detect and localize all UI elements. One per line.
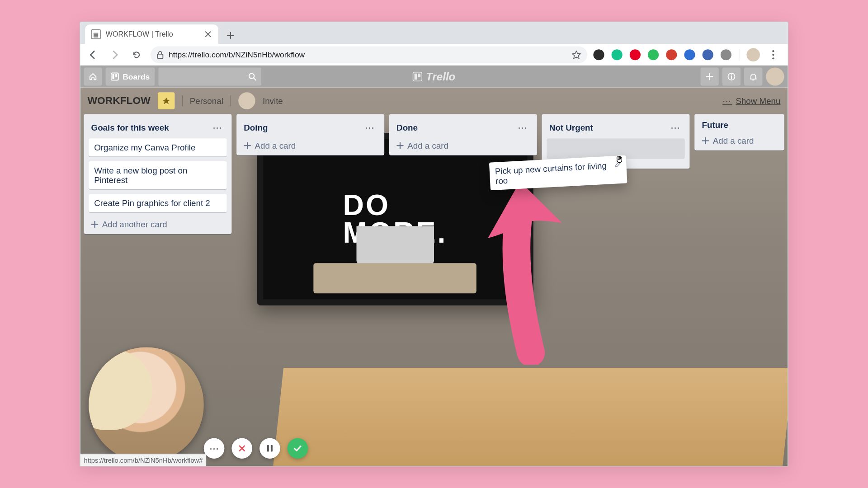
- back-button[interactable]: [85, 47, 101, 62]
- list-menu-icon[interactable]: ⋯: [210, 120, 224, 135]
- divider: [231, 95, 231, 106]
- boards-button[interactable]: Boards: [106, 67, 155, 85]
- add-card-button[interactable]: Add a card: [241, 138, 380, 150]
- list-doing: Doing ⋯ Add a card: [236, 114, 384, 155]
- browser-status-bar: https://trello.com/b/NZiN5nHb/workflow#: [80, 454, 206, 466]
- create-button[interactable]: [701, 67, 719, 85]
- list-future: Future Add a card: [695, 114, 784, 150]
- rec-cancel-button[interactable]: [231, 438, 252, 459]
- plus-icon: [396, 142, 404, 149]
- address-bar[interactable]: https://trello.com/b/NZiN5nHb/workflow: [151, 46, 587, 63]
- trello-global-header: Boards Trello: [80, 66, 788, 87]
- card[interactable]: Organize my Canva Profile: [89, 138, 227, 156]
- add-card-button[interactable]: Add another card: [89, 217, 227, 229]
- trello-favicon-icon: ▤: [91, 29, 101, 39]
- browser-window: ▤ WORKFLOW | Trello https://trello.com/b…: [80, 22, 788, 467]
- info-button[interactable]: [722, 67, 741, 85]
- ext-red[interactable]: [666, 49, 677, 60]
- list-title[interactable]: Done: [396, 122, 418, 132]
- svg-rect-0: [157, 54, 163, 58]
- trello-logo[interactable]: Trello: [413, 70, 456, 83]
- board-area: DO MORE. WORKFLOW Personal Invite: [80, 88, 788, 466]
- list-done: Done ⋯ Add a card: [389, 114, 537, 155]
- chrome-menu-icon[interactable]: [767, 48, 779, 61]
- list-title[interactable]: Future: [702, 120, 728, 130]
- add-card-button[interactable]: Add a card: [394, 138, 533, 150]
- bookmark-star-icon[interactable]: [571, 50, 581, 59]
- status-url: https://trello.com/b/NZiN5nHb/workflow#: [84, 456, 203, 464]
- divider: [182, 95, 182, 106]
- ext-pinterest[interactable]: [630, 49, 641, 60]
- forward-button[interactable]: [107, 47, 123, 62]
- plus-icon: [702, 137, 709, 144]
- rec-pause-button[interactable]: [259, 438, 280, 459]
- ext-dark[interactable]: [593, 49, 604, 60]
- board-visibility[interactable]: Personal: [190, 96, 223, 105]
- show-menu-button[interactable]: ⋯ Show Menu: [722, 96, 781, 105]
- url-text: https://trello.com/b/NZiN5nHb/workflow: [169, 50, 566, 59]
- star-board-button[interactable]: [158, 92, 175, 109]
- presenter-webcam[interactable]: [89, 347, 204, 462]
- tab-title: WORKFLOW | Trello: [106, 30, 199, 38]
- rec-done-button[interactable]: [288, 438, 308, 459]
- close-tab-icon[interactable]: [204, 30, 212, 38]
- reload-button[interactable]: [129, 47, 145, 62]
- ext-pen[interactable]: [684, 49, 695, 60]
- plus-icon: [244, 142, 251, 149]
- board-title[interactable]: WORKFLOW: [88, 95, 151, 107]
- browser-tab-active[interactable]: ▤ WORKFLOW | Trello: [85, 24, 218, 44]
- list-title[interactable]: Doing: [244, 122, 268, 132]
- card[interactable]: Write a new blog post on Pinterest: [89, 161, 227, 189]
- svg-rect-6: [115, 74, 117, 77]
- list-title[interactable]: Goals for this week: [91, 122, 169, 132]
- svg-rect-4: [111, 73, 118, 80]
- boards-label: Boards: [123, 72, 150, 81]
- home-button[interactable]: [84, 67, 102, 85]
- recording-controls: ⋯: [204, 438, 308, 459]
- invite-button[interactable]: Invite: [263, 96, 283, 105]
- lock-icon: [156, 50, 164, 59]
- list-menu-icon[interactable]: ⋯: [668, 120, 683, 135]
- svg-rect-5: [112, 74, 114, 79]
- browser-toolbar: https://trello.com/b/NZiN5nHb/workflow: [80, 44, 788, 66]
- list-menu-icon[interactable]: ⋯: [515, 120, 530, 135]
- svg-point-12: [731, 74, 732, 75]
- ext-target[interactable]: [721, 49, 731, 60]
- svg-point-3: [772, 57, 774, 59]
- chrome-profile-avatar[interactable]: [746, 48, 760, 61]
- svg-point-1: [772, 50, 774, 52]
- svg-rect-8: [413, 72, 422, 81]
- rec-more-button[interactable]: ⋯: [204, 438, 225, 459]
- new-tab-button[interactable]: [222, 27, 239, 44]
- notifications-button[interactable]: [744, 67, 762, 85]
- tab-strip: ▤ WORKFLOW | Trello: [80, 22, 788, 44]
- plus-icon: [91, 221, 99, 228]
- ext-facebook[interactable]: [703, 49, 713, 60]
- svg-point-2: [772, 53, 774, 55]
- divider: [739, 48, 739, 61]
- ext-evernote[interactable]: [648, 49, 659, 60]
- ext-grammarly[interactable]: [612, 49, 623, 60]
- add-card-button[interactable]: Add a card: [699, 133, 779, 145]
- board-header: WORKFLOW Personal Invite ⋯ Show Menu: [80, 88, 788, 114]
- list-menu-icon[interactable]: ⋯: [363, 120, 377, 135]
- user-avatar[interactable]: [766, 67, 784, 85]
- extensions-row: [593, 48, 783, 61]
- list-title[interactable]: Not Urgent: [549, 122, 593, 132]
- header-search[interactable]: [158, 67, 261, 85]
- svg-rect-9: [415, 74, 417, 80]
- svg-rect-14: [271, 445, 273, 452]
- list-goals-for-this-week: Goals for this week ⋯ Organize my Canva …: [84, 114, 231, 234]
- trello-logo-text: Trello: [426, 70, 455, 83]
- grab-cursor-icon: [614, 154, 625, 165]
- svg-rect-10: [418, 74, 420, 77]
- lists-row: Goals for this week ⋯ Organize my Canva …: [80, 114, 788, 234]
- svg-rect-13: [267, 445, 269, 452]
- board-member-avatar[interactable]: [238, 92, 255, 109]
- card[interactable]: Create Pin graphics for client 2: [89, 194, 227, 212]
